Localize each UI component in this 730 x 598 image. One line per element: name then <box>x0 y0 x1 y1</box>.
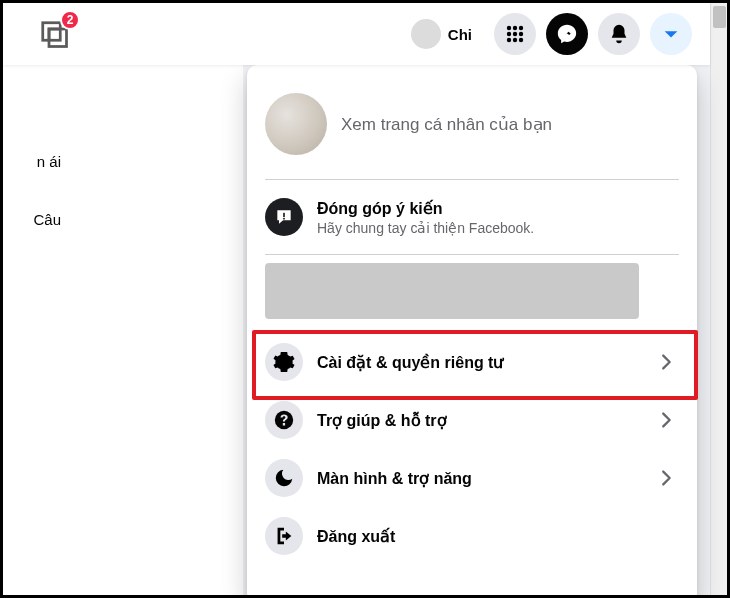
account-menu-panel: Xem trang cá nhân của bạn Đóng góp ý kiế… <box>247 65 697 598</box>
ad-section <box>255 263 689 319</box>
logout-icon <box>273 525 295 547</box>
divider <box>265 254 679 255</box>
display-accessibility-label: Màn hình & trợ năng <box>317 469 472 488</box>
account-dropdown-button[interactable] <box>650 13 692 55</box>
display-icon-wrap <box>265 459 303 497</box>
menu-button[interactable] <box>494 13 536 55</box>
feedback-icon-wrap <box>265 198 303 236</box>
view-profile-label: Xem trang cá nhân của bạn <box>341 114 552 135</box>
profile-chip[interactable]: Chi <box>407 15 484 53</box>
help-icon-wrap <box>265 401 303 439</box>
settings-privacy-label: Cài đặt & quyền riêng tư <box>317 353 503 372</box>
chevron-right-icon <box>655 351 677 373</box>
chevron-right-icon <box>655 409 677 431</box>
svg-point-4 <box>513 26 517 30</box>
logout-label: Đăng xuất <box>317 527 395 546</box>
chevron-right-icon <box>655 467 677 489</box>
app-header: 2 Chi <box>3 3 710 65</box>
svg-point-7 <box>513 32 517 36</box>
caret-down-icon <box>662 25 680 43</box>
logout-icon-wrap <box>265 517 303 555</box>
svg-point-6 <box>507 32 511 36</box>
avatar-large <box>265 93 327 155</box>
gear-icon <box>273 351 295 373</box>
svg-point-3 <box>507 26 511 30</box>
feedback-icon <box>274 207 294 227</box>
svg-point-8 <box>519 32 523 36</box>
bell-icon <box>608 23 630 45</box>
messenger-button[interactable] <box>546 13 588 55</box>
content-inner-strip <box>81 65 243 595</box>
settings-icon-wrap <box>265 343 303 381</box>
notification-badge: 2 <box>60 10 80 30</box>
divider <box>265 179 679 180</box>
header-right: Chi <box>407 13 692 55</box>
ad-placeholder[interactable] <box>265 263 639 319</box>
scrollbar-track[interactable] <box>710 3 727 595</box>
help-support-row[interactable]: Trợ giúp & hỗ trợ <box>255 391 689 449</box>
display-accessibility-row[interactable]: Màn hình & trợ năng <box>255 449 689 507</box>
question-icon <box>273 409 295 431</box>
svg-point-11 <box>519 38 523 42</box>
svg-rect-1 <box>49 29 67 47</box>
clipped-line-1: n ái <box>1 153 61 171</box>
feedback-title: Đóng góp ý kiến <box>317 199 534 218</box>
settings-privacy-row[interactable]: Cài đặt & quyền riêng tư <box>255 333 689 391</box>
grid-icon <box>505 24 525 44</box>
feedback-row[interactable]: Đóng góp ý kiến Hãy chung tay cải thiện … <box>255 188 689 246</box>
avatar-small <box>411 19 441 49</box>
notifications-button[interactable] <box>598 13 640 55</box>
profile-name: Chi <box>448 26 472 43</box>
clipped-line-2: Câu <box>1 211 61 229</box>
logout-row[interactable]: Đăng xuất <box>255 507 689 565</box>
svg-point-5 <box>519 26 523 30</box>
moon-icon <box>273 467 295 489</box>
svg-point-9 <box>507 38 511 42</box>
svg-rect-13 <box>283 218 285 220</box>
svg-rect-12 <box>283 213 285 217</box>
help-support-label: Trợ giúp & hỗ trợ <box>317 411 447 430</box>
brand-icon-wrapper[interactable]: 2 <box>39 19 69 49</box>
view-profile-row[interactable]: Xem trang cá nhân của bạn <box>255 77 689 171</box>
feedback-subtitle: Hãy chung tay cải thiện Facebook. <box>317 220 534 236</box>
scrollbar-thumb[interactable] <box>713 6 726 28</box>
messenger-icon <box>556 23 578 45</box>
svg-point-10 <box>513 38 517 42</box>
left-clipped-text: n ái Câu <box>1 153 61 269</box>
